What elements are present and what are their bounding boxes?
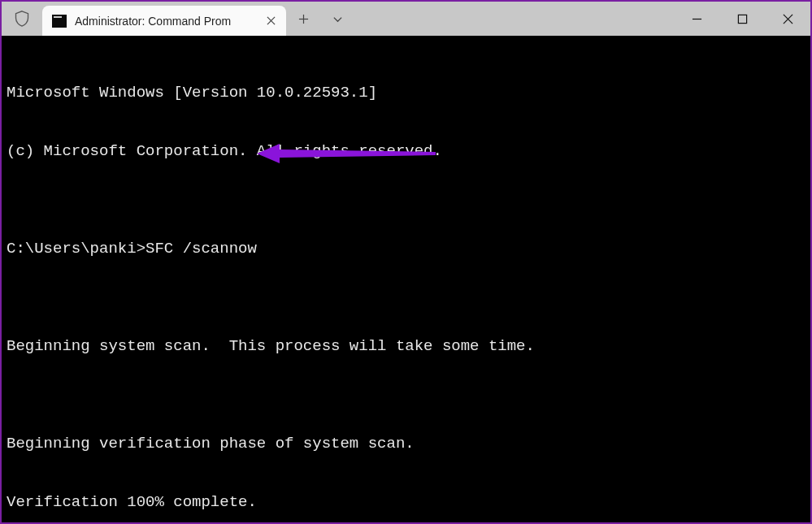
terminal-line: Verification 100% complete. — [7, 492, 805, 512]
terminal-window: Administrator: Command Prom — [2, 2, 810, 522]
terminal-line: C:\Users\panki>SFC /scannow — [7, 239, 805, 258]
close-window-button[interactable] — [765, 2, 810, 36]
terminal-viewport[interactable]: Microsoft Windows [Version 10.0.22593.1]… — [2, 36, 810, 522]
terminal-line: Beginning verification phase of system s… — [7, 434, 805, 453]
terminal-line: (c) Microsoft Corporation. All rights re… — [7, 141, 805, 161]
shield-icon — [14, 10, 30, 28]
minimize-button[interactable] — [674, 2, 719, 36]
close-tab-button[interactable] — [263, 14, 278, 28]
terminal-line: Beginning system scan. This process will… — [7, 336, 805, 356]
maximize-button[interactable] — [719, 2, 765, 36]
shield-icon-wrap — [2, 2, 42, 36]
titlebar-drag-region[interactable] — [354, 2, 674, 36]
terminal-line: Microsoft Windows [Version 10.0.22593.1] — [7, 83, 805, 102]
titlebar[interactable]: Administrator: Command Prom — [2, 2, 810, 36]
cmd-icon — [52, 15, 67, 28]
tab-title: Administrator: Command Prom — [75, 15, 255, 28]
tab-dropdown-button[interactable] — [320, 2, 354, 36]
new-tab-button[interactable] — [286, 2, 320, 36]
svg-rect-5 — [738, 15, 746, 23]
tab-active[interactable]: Administrator: Command Prom — [42, 6, 286, 36]
